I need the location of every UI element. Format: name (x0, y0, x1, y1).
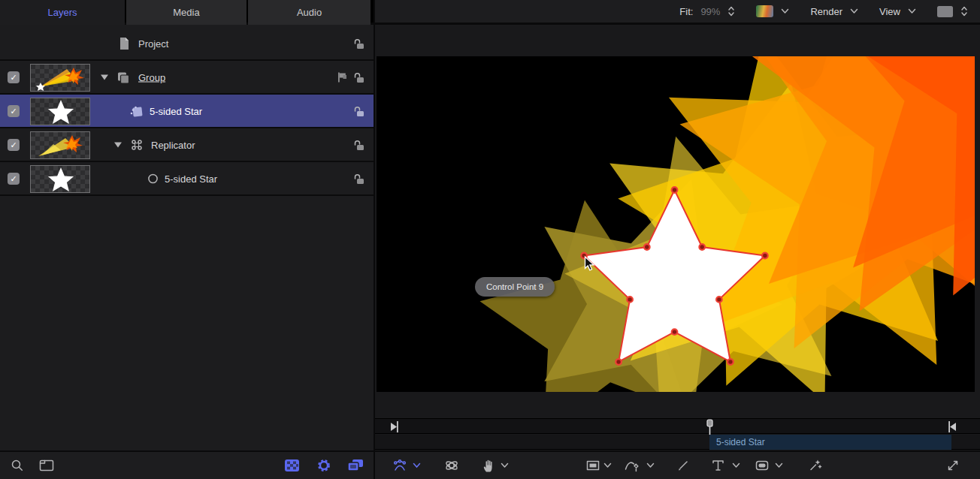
layout-mode-button[interactable] (937, 6, 953, 17)
layer-thumbnail (30, 98, 90, 125)
layer-thumbnail (30, 131, 90, 159)
visibility-checkbox[interactable]: ✓ (8, 105, 20, 117)
control-point[interactable] (627, 297, 633, 303)
control-point-tooltip: Control Point 9 (475, 277, 555, 297)
canvas-toolbar (375, 450, 980, 479)
tab-media[interactable]: Media (126, 0, 247, 25)
render-menu[interactable]: Render (810, 6, 842, 17)
chevron-down-icon[interactable] (908, 8, 916, 14)
layer-thumbnail (30, 165, 90, 193)
unlock-icon[interactable] (352, 71, 365, 83)
chevron-down-icon[interactable] (732, 462, 740, 468)
flag-icon[interactable] (336, 71, 348, 83)
comet-thumbnail-art (31, 65, 90, 92)
layer-label: Project (138, 38, 168, 49)
chevron-down-icon[interactable] (413, 462, 421, 468)
group-icon (116, 71, 130, 83)
magic-wand-tool[interactable] (809, 459, 822, 472)
star-thumbnail-art (31, 166, 90, 193)
panel-tabbar: Layers Media Audio (0, 0, 374, 25)
orbit-3d-tool[interactable] (444, 458, 459, 473)
edit-points-tool[interactable] (393, 459, 407, 472)
chevron-down-icon[interactable] (501, 462, 509, 468)
tab-audio[interactable]: Audio (248, 0, 371, 25)
layer-label[interactable]: Replicator (151, 139, 195, 150)
viewer-area: Control Point 9 (375, 27, 980, 418)
visibility-checkbox[interactable]: ✓ (8, 173, 20, 185)
mini-timeline-track[interactable]: 5-sided Star (375, 435, 980, 450)
chevron-down-icon[interactable] (646, 462, 655, 468)
control-point[interactable] (672, 329, 678, 335)
zoom-stepper-icon[interactable] (727, 5, 735, 17)
playhead[interactable] (706, 419, 713, 435)
unlock-icon[interactable] (352, 139, 365, 151)
replicator-icon (130, 138, 144, 152)
rectangle-tool[interactable] (586, 459, 600, 471)
layout-stepper-icon[interactable] (960, 5, 968, 17)
project-canvas[interactable] (377, 56, 975, 392)
unlock-icon[interactable] (352, 105, 365, 117)
search-icon[interactable] (11, 459, 24, 472)
layer-row-group[interactable]: ✓ Group (0, 61, 374, 95)
control-point[interactable] (672, 187, 678, 193)
layer-list: Project ✓ (0, 27, 374, 450)
disclosure-triangle[interactable] (101, 74, 108, 80)
chevron-down-icon[interactable] (850, 8, 858, 14)
out-point-marker[interactable] (948, 420, 957, 433)
layer-label[interactable]: 5-sided Star (165, 173, 217, 184)
zoom-value: 99% (700, 6, 720, 17)
shape-tool[interactable] (755, 459, 769, 471)
expand-icon[interactable] (946, 459, 960, 472)
layers-panel: Layers Media Audio Project ✓ (0, 0, 374, 479)
chevron-down-icon[interactable] (781, 8, 789, 14)
tab-layers[interactable]: Layers (0, 0, 125, 25)
viewer-toolbar: Fit: 99% Render View (375, 0, 980, 25)
layer-row-shape-star[interactable]: ✓ 5-sided Star (0, 95, 374, 128)
chevron-down-icon[interactable] (775, 462, 783, 468)
shape-layer-icon (129, 104, 144, 118)
layer-label[interactable]: Group (138, 71, 165, 83)
visibility-checkbox[interactable]: ✓ (8, 139, 20, 151)
visibility-checkbox[interactable]: ✓ (8, 71, 20, 83)
paintbrush-tool[interactable] (677, 459, 689, 471)
tab-layers-label: Layers (47, 7, 77, 18)
checkerboard-icon[interactable] (284, 459, 300, 472)
comet-thumbnail-art (31, 132, 90, 159)
motion-app-window: Layers Media Audio Project ✓ (0, 0, 980, 479)
star-thumbnail-art (31, 98, 90, 125)
control-point[interactable] (716, 297, 722, 303)
text-tool[interactable] (712, 459, 724, 472)
unlock-icon[interactable] (352, 173, 365, 185)
in-point-marker[interactable] (390, 420, 399, 433)
control-point[interactable] (699, 244, 705, 250)
tab-audio-label: Audio (297, 7, 322, 18)
pen-tool[interactable] (625, 459, 641, 472)
panels-icon[interactable] (347, 459, 364, 472)
layer-row-replicator[interactable]: ✓ Replicator (0, 128, 374, 162)
cell-circle-icon (147, 173, 159, 184)
disclosure-triangle[interactable] (114, 142, 122, 147)
color-swatch-button[interactable] (756, 5, 773, 17)
tab-media-label: Media (173, 7, 199, 18)
layer-row-project[interactable]: Project (0, 27, 374, 61)
unlock-icon[interactable] (352, 38, 365, 50)
viewer-pane: Fit: 99% Render View (375, 0, 980, 479)
control-point[interactable] (762, 253, 768, 259)
control-point[interactable] (616, 359, 622, 365)
view-menu[interactable]: View (879, 6, 900, 17)
layer-thumbnail (30, 64, 90, 92)
timeline-clip[interactable]: 5-sided Star (709, 435, 951, 450)
control-point[interactable] (727, 359, 733, 365)
layout-icon[interactable] (39, 459, 54, 472)
control-point[interactable] (644, 244, 650, 250)
layer-label[interactable]: 5-sided Star (150, 105, 202, 116)
gear-icon[interactable] (316, 458, 331, 473)
hand-tool[interactable] (482, 459, 496, 473)
fit-label: Fit: (679, 6, 693, 17)
layers-panel-footer (0, 450, 374, 479)
document-icon (118, 37, 130, 50)
chevron-down-icon[interactable] (603, 462, 612, 468)
timeline-ruler[interactable] (375, 418, 980, 434)
layer-row-replicator-cell[interactable]: ✓ 5-sided Star (0, 162, 374, 196)
